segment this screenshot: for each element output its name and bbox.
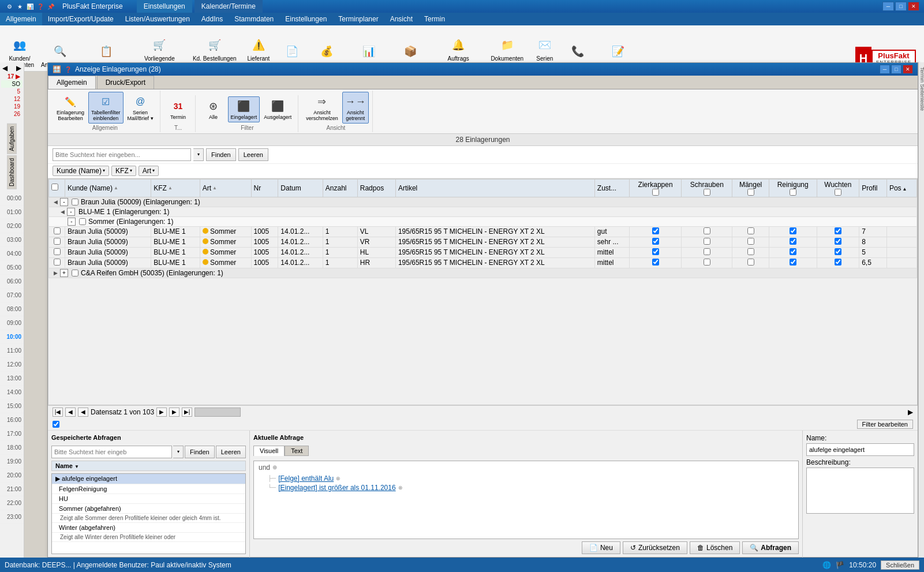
th-zierkappen[interactable]: Zierkappen	[629, 179, 682, 197]
menu-einstellungen[interactable]: Einstellungen	[279, 13, 332, 25]
query-loeschen-button[interactable]: 🗑 Löschen	[690, 541, 740, 554]
einlagerung-bearbeiten-button[interactable]: ✏️ EinlagerungBearbeiten	[54, 92, 87, 124]
th-maengel[interactable]: Mängel	[732, 179, 769, 197]
th-kunde-name[interactable]: Kunde (Name) ▲	[65, 179, 151, 197]
th-schrauben[interactable]: Schrauben	[682, 179, 732, 197]
row1-checkbox[interactable]	[54, 227, 61, 234]
row4-checkbox[interactable]	[54, 259, 61, 266]
th-maengel-filter[interactable]	[747, 189, 754, 196]
ausgelagert-button[interactable]: ⬛ Ausgelagert	[261, 96, 294, 122]
th-pos[interactable]: Pos▲	[886, 179, 916, 197]
query-tab-visuell[interactable]: Visuell	[253, 446, 285, 456]
query-felge-remove-icon[interactable]: ⊗	[336, 476, 341, 481]
menu-addins[interactable]: AddIns	[196, 13, 229, 25]
schliessen-button[interactable]: Schließen	[881, 560, 919, 570]
serien-mail-sub-button[interactable]: @ SerienMail/Brief ▾	[125, 92, 156, 124]
select-all-checkbox[interactable]	[51, 184, 58, 190]
meta-desc-textarea[interactable]	[806, 468, 914, 514]
dashboard-tab[interactable]: Dashboard	[7, 155, 17, 189]
sq-item-winter-abgefahren[interactable]: Winter (abgefahren)	[52, 523, 245, 533]
app-icon-star[interactable]: ★	[15, 2, 24, 11]
close-button[interactable]: ✕	[908, 2, 919, 11]
filter-tag-art[interactable]: Art ▾	[139, 166, 159, 176]
query-zuruecksetzen-button[interactable]: ↺ Zurücksetzen	[623, 541, 687, 554]
app-icon-q[interactable]: ❓	[36, 2, 45, 11]
query-neu-button[interactable]: 📄 Neu	[582, 541, 620, 554]
query-and-add-icon[interactable]: ⊕	[272, 464, 277, 470]
row1-maengel[interactable]	[747, 227, 754, 234]
row1-wuchten[interactable]	[835, 227, 841, 234]
app-icon-gear[interactable]: ⚙	[5, 2, 14, 11]
sq-item-alufelge[interactable]: ▶ alufelge eingelagert	[52, 474, 245, 484]
sub-group-blu-me1-expand[interactable]: ◀	[61, 209, 65, 215]
meta-name-input[interactable]	[806, 443, 914, 456]
finden-button[interactable]: Finden	[206, 148, 236, 161]
query-felge-link[interactable]: [Felge] enthält Alu	[278, 474, 334, 483]
sub-minimize-button[interactable]: ─	[880, 65, 890, 74]
group-ca-reifen-expand[interactable]: ▶	[54, 270, 58, 276]
sub-maximize-button[interactable]: □	[891, 65, 901, 74]
row1-reinigung[interactable]	[790, 227, 796, 234]
sq-name-column-header[interactable]: Name ▼	[51, 461, 246, 471]
ansicht-getrennt-button[interactable]: →→ Ansichtgetrennt	[342, 92, 369, 124]
sq-search-dropdown[interactable]: ▾	[173, 446, 184, 458]
menu-stammdaten[interactable]: Stammdaten	[229, 13, 279, 25]
row2-zierkappen[interactable]	[652, 238, 659, 245]
tab-druck-export[interactable]: Druck/Export	[97, 76, 154, 89]
th-kfz[interactable]: KFZ ▲	[151, 179, 200, 197]
row1-schrauben[interactable]	[704, 227, 710, 234]
app-icon-pin[interactable]: 📌	[46, 2, 55, 11]
query-abfragen-button[interactable]: 🔍 Abfragen	[742, 541, 799, 554]
sub-sub-group-row-sommer[interactable]: - Sommer (Einlagerungen: 1)	[49, 216, 917, 226]
th-reinigung-filter[interactable]	[790, 189, 796, 196]
group-braun-julia-checkbox[interactable]	[72, 199, 78, 205]
menu-import[interactable]: Import/Export/Update	[42, 13, 119, 25]
filter-tag-kunde[interactable]: Kunde (Name) ▾	[53, 166, 109, 176]
alle-button[interactable]: ⊛ Alle	[200, 96, 227, 122]
row2-maengel[interactable]	[747, 238, 754, 245]
row3-schrauben[interactable]	[704, 248, 710, 255]
row4-schrauben[interactable]	[704, 259, 710, 266]
row2-checkbox[interactable]	[54, 238, 61, 245]
th-wuchten-filter[interactable]	[835, 189, 841, 196]
filter-edit-button[interactable]: Filter bearbeiten	[857, 420, 914, 429]
menu-listen[interactable]: Listen/Auswertungen	[119, 13, 196, 25]
th-radpos[interactable]: Radpos	[357, 179, 395, 197]
aufgaben-tab[interactable]: Aufgaben	[7, 124, 17, 154]
sq-leeren-button[interactable]: Leeren	[216, 446, 246, 458]
row4-wuchten[interactable]	[835, 259, 841, 266]
page-next2-button[interactable]: ▶	[156, 407, 167, 417]
page-last-button[interactable]: ▶|	[182, 407, 192, 417]
th-zierkappen-filter[interactable]	[652, 189, 659, 196]
row3-maengel[interactable]	[747, 248, 754, 255]
sub-group-row-blu-me1[interactable]: ◀ - BLU-ME 1 (Einlagerungen: 1)	[49, 207, 917, 216]
menu-tab-kalender[interactable]: Kalender/Termine	[194, 0, 263, 13]
row3-reinigung[interactable]	[790, 248, 796, 255]
row1-zierkappen[interactable]	[652, 227, 659, 234]
cal-nav-prev[interactable]: ◀	[2, 64, 8, 72]
th-zust[interactable]: Zust...	[594, 179, 629, 197]
group-row-braun-julia[interactable]: ◀ - Braun Julia (50009) (Einlagerungen: …	[49, 197, 917, 207]
th-wuchten[interactable]: Wuchten	[817, 179, 859, 197]
sq-item-sommer-abgefahren[interactable]: Sommer (abgefahren)	[52, 504, 245, 514]
row3-checkbox[interactable]	[54, 248, 61, 255]
search-input[interactable]	[53, 148, 191, 161]
th-nr[interactable]: Nr	[251, 179, 278, 197]
page-prev-button[interactable]: ◀	[65, 407, 76, 417]
minimize-button[interactable]: ─	[882, 2, 894, 11]
group-braun-julia-expand[interactable]: ◀	[54, 199, 58, 205]
group-ca-reifen-checkbox[interactable]	[72, 270, 78, 276]
sq-item-felgenreinigung[interactable]: FelgenReinigung	[52, 484, 245, 494]
group-row-ca-reifen[interactable]: ▶ + C&A Reifen GmbH (50035) (Einlagerung…	[49, 268, 917, 278]
filter-active-checkbox[interactable]	[53, 421, 59, 428]
query-eingelagert-link[interactable]: [Eingelagert] ist größer als 01.11.2016	[278, 484, 395, 492]
row2-schrauben[interactable]	[704, 238, 710, 245]
menu-allgemein[interactable]: Allgemein	[0, 13, 42, 25]
th-profil[interactable]: Profil	[859, 179, 887, 197]
menu-terminplaner[interactable]: Terminplaner	[332, 13, 384, 25]
group-ca-reifen-toggle[interactable]: +	[60, 269, 68, 277]
menu-termin[interactable]: Termin	[418, 13, 451, 25]
th-artikel[interactable]: Artikel	[395, 179, 594, 197]
saved-queries-search-input[interactable]	[51, 446, 172, 458]
eingelagert-button[interactable]: ⬛ Eingelagert	[228, 96, 260, 122]
